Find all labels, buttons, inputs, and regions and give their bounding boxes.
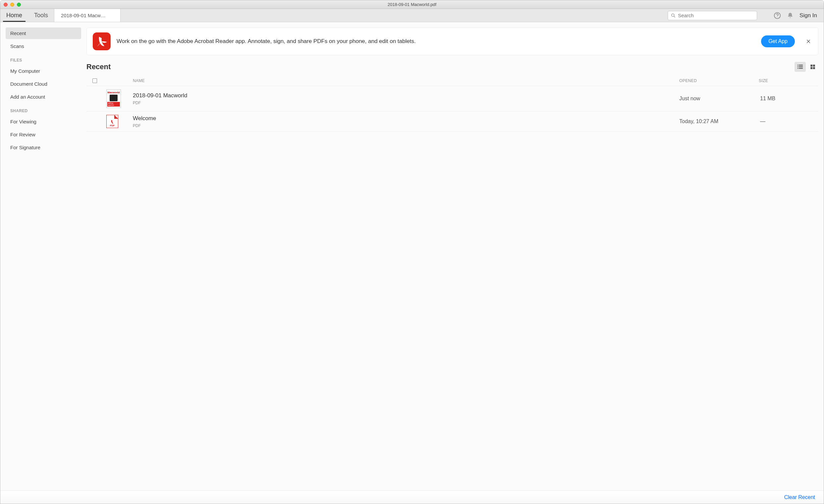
thumb-subtitle: APPLE WATCH bbox=[107, 102, 120, 107]
file-size: — bbox=[759, 118, 818, 124]
sidebar-item-for-viewing[interactable]: For Viewing bbox=[6, 116, 81, 127]
traffic-lights bbox=[4, 3, 21, 7]
table-header: NAME OPENED SIZE bbox=[86, 76, 818, 86]
search-input[interactable] bbox=[678, 13, 754, 18]
sidebar-item-my-computer[interactable]: My Computer bbox=[6, 65, 81, 77]
file-thumbnail: PDF bbox=[106, 115, 118, 128]
document-tab-label: 2018-09-01 Macw… bbox=[61, 13, 106, 18]
section-title: Recent bbox=[86, 62, 111, 71]
sign-in-link[interactable]: Sign In bbox=[800, 12, 817, 19]
svg-rect-12 bbox=[810, 65, 812, 67]
table-row[interactable]: Macworld APPLE WATCH 2018-09-01 Macworld… bbox=[86, 86, 818, 112]
acrobat-logo-icon bbox=[93, 32, 111, 50]
svg-rect-7 bbox=[799, 65, 803, 66]
list-view-button[interactable] bbox=[795, 62, 806, 72]
window-title: 2018-09-01 Macworld.pdf bbox=[0, 2, 824, 7]
clear-recent-link[interactable]: Clear Recent bbox=[784, 494, 815, 500]
topbar: Home Tools 2018-09-01 Macw… bbox=[0, 9, 824, 22]
file-name: Welcome bbox=[133, 115, 679, 122]
grid-view-button[interactable] bbox=[807, 62, 818, 72]
main-content: Work on the go with the Adobe Acrobat Re… bbox=[86, 22, 824, 490]
sidebar: Recent Scans FILES My Computer Document … bbox=[0, 22, 86, 490]
file-size: 11 MB bbox=[759, 96, 818, 102]
banner-text: Work on the go with the Adobe Acrobat Re… bbox=[117, 38, 755, 45]
svg-point-3 bbox=[777, 17, 778, 17]
promo-banner: Work on the go with the Adobe Acrobat Re… bbox=[86, 27, 818, 55]
banner-close-button[interactable] bbox=[805, 38, 812, 45]
column-name[interactable]: NAME bbox=[133, 79, 679, 83]
table-row[interactable]: PDF Welcome PDF Today, 10:27 AM — bbox=[86, 112, 818, 132]
svg-rect-9 bbox=[799, 66, 803, 67]
file-opened: Just now bbox=[679, 96, 759, 102]
sidebar-item-scans[interactable]: Scans bbox=[6, 40, 81, 52]
pdf-label: PDF bbox=[107, 124, 118, 127]
list-view-icon bbox=[797, 64, 804, 70]
help-icon[interactable] bbox=[774, 12, 781, 19]
sidebar-item-add-account[interactable]: Add an Account bbox=[6, 91, 81, 103]
file-type: PDF bbox=[133, 101, 679, 105]
file-thumbnail: Macworld APPLE WATCH bbox=[106, 89, 121, 108]
select-all-checkbox[interactable] bbox=[92, 79, 97, 83]
svg-point-0 bbox=[672, 14, 674, 16]
svg-rect-13 bbox=[813, 65, 815, 67]
view-toggle bbox=[795, 62, 818, 72]
search-box[interactable] bbox=[668, 11, 757, 20]
svg-line-1 bbox=[674, 16, 675, 17]
minimize-window-button[interactable] bbox=[10, 3, 14, 7]
svg-rect-11 bbox=[799, 68, 803, 69]
topbar-icons: Sign In bbox=[760, 9, 824, 22]
titlebar: 2018-09-01 Macworld.pdf bbox=[0, 0, 824, 9]
section-head: Recent bbox=[86, 62, 818, 72]
grid-view-icon bbox=[810, 64, 816, 70]
svg-rect-8 bbox=[798, 66, 798, 67]
column-size[interactable]: SIZE bbox=[759, 79, 818, 83]
svg-rect-10 bbox=[798, 68, 798, 69]
tab-tools[interactable]: Tools bbox=[28, 9, 54, 22]
search-icon bbox=[671, 13, 676, 18]
search-wrap bbox=[664, 9, 760, 22]
column-opened[interactable]: OPENED bbox=[679, 79, 759, 83]
close-window-button[interactable] bbox=[4, 3, 8, 7]
sidebar-header-files: FILES bbox=[6, 53, 81, 64]
sidebar-item-document-cloud[interactable]: Document Cloud bbox=[6, 78, 81, 90]
footer: Clear Recent bbox=[0, 490, 824, 504]
close-icon bbox=[806, 39, 811, 44]
file-type: PDF bbox=[133, 123, 679, 128]
sidebar-item-for-review[interactable]: For Review bbox=[6, 129, 81, 140]
get-app-button[interactable]: Get App bbox=[761, 35, 795, 47]
file-opened: Today, 10:27 AM bbox=[679, 118, 759, 124]
thumb-title: Macworld bbox=[108, 91, 120, 94]
svg-rect-14 bbox=[810, 67, 812, 69]
main-tabs: Home Tools bbox=[0, 9, 54, 22]
sidebar-item-for-signature[interactable]: For Signature bbox=[6, 142, 81, 153]
app-window: 2018-09-01 Macworld.pdf Home Tools 2018-… bbox=[0, 0, 824, 504]
document-tab[interactable]: 2018-09-01 Macw… bbox=[54, 9, 120, 22]
file-name: 2018-09-01 Macworld bbox=[133, 92, 679, 99]
sidebar-header-shared: SHARED bbox=[6, 104, 81, 115]
sidebar-item-recent[interactable]: Recent bbox=[6, 27, 81, 39]
files-table: NAME OPENED SIZE Macworld APPLE WATCH bbox=[86, 76, 818, 132]
svg-rect-6 bbox=[798, 65, 798, 66]
notification-bell-icon[interactable] bbox=[787, 12, 794, 19]
body: Recent Scans FILES My Computer Document … bbox=[0, 22, 824, 490]
maximize-window-button[interactable] bbox=[17, 3, 21, 7]
svg-rect-15 bbox=[813, 67, 815, 69]
tab-home[interactable]: Home bbox=[0, 9, 28, 22]
